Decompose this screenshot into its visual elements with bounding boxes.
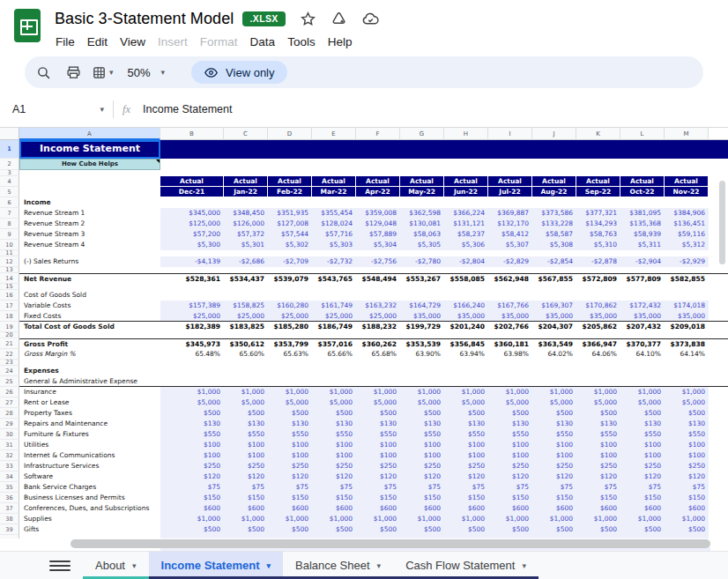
cell[interactable]: $35,000	[532, 311, 576, 321]
cell[interactable]: $1,000	[268, 514, 312, 524]
actual-header-cell[interactable]: Actual	[665, 176, 709, 187]
document-title[interactable]: Basic 3-Statement Model	[55, 10, 234, 28]
cell[interactable]: $362,598	[400, 208, 444, 219]
column-header-M[interactable]: M	[665, 128, 709, 140]
row-number[interactable]: 37	[0, 503, 19, 514]
star-icon[interactable]	[300, 11, 316, 27]
cell[interactable]: $150	[620, 493, 665, 503]
format-grid-control[interactable]: ▾	[88, 65, 117, 80]
cell[interactable]: $250	[268, 461, 312, 471]
row-number[interactable]: 15	[0, 284, 19, 290]
cell[interactable]: $600	[665, 503, 709, 514]
cell[interactable]: $500	[356, 408, 400, 419]
cell[interactable]: $600	[576, 503, 620, 514]
menu-format[interactable]: Format	[194, 33, 244, 51]
cell[interactable]: $370,377	[620, 339, 665, 349]
cell[interactable]: $57,372	[224, 229, 268, 240]
cell[interactable]: $100	[312, 450, 356, 461]
row-number[interactable]: 34	[0, 471, 19, 482]
cell[interactable]: $120	[400, 471, 444, 482]
cell[interactable]: $100	[356, 440, 400, 450]
cell[interactable]: $600	[444, 503, 488, 514]
cell[interactable]: $500	[312, 524, 356, 535]
row-number[interactable]: 31	[0, 440, 19, 450]
cell[interactable]: $120	[620, 471, 665, 482]
actual-header-cell[interactable]: Actual	[620, 176, 665, 187]
cell[interactable]: $100	[620, 440, 665, 450]
row-number[interactable]: 3	[0, 170, 19, 176]
cell[interactable]: $600	[400, 503, 444, 514]
cell[interactable]: $5,000	[620, 397, 665, 408]
cell[interactable]: $353,799	[268, 339, 312, 349]
cell[interactable]: $500	[444, 408, 488, 419]
cell[interactable]: 65.48%	[160, 349, 224, 360]
cell[interactable]: 64.10%	[620, 349, 665, 360]
cell[interactable]: $500	[268, 524, 312, 535]
cell[interactable]: $550	[400, 429, 444, 440]
cell[interactable]: 65.68%	[356, 349, 400, 360]
cell[interactable]: $250	[444, 461, 488, 471]
actual-header-cell[interactable]: Actual	[488, 176, 532, 187]
months-header-cell[interactable]: Jul-22	[488, 187, 532, 197]
cell[interactable]: $1,000	[532, 514, 576, 524]
cell[interactable]: $5,312	[665, 240, 709, 250]
row-number[interactable]: 28	[0, 408, 19, 419]
cell[interactable]: $120	[488, 471, 532, 482]
cell[interactable]: $550	[312, 429, 356, 440]
cell[interactable]: $600	[356, 503, 400, 514]
cell[interactable]: $5,000	[576, 397, 620, 408]
cell[interactable]: $500	[312, 408, 356, 419]
cell[interactable]: $550	[444, 429, 488, 440]
cell[interactable]: $345,000	[160, 208, 224, 219]
column-header-F[interactable]: F	[356, 128, 400, 140]
tab-about[interactable]: About▾	[83, 552, 149, 579]
sheets-logo-icon[interactable]	[14, 9, 41, 42]
cell[interactable]: $130	[268, 419, 312, 429]
cell[interactable]: $100	[444, 440, 488, 450]
cell[interactable]: $5,305	[400, 240, 444, 250]
row-number[interactable]: 39	[0, 524, 19, 535]
column-header-A[interactable]: A	[19, 128, 160, 140]
cell[interactable]: $250	[400, 461, 444, 471]
cell[interactable]: $1,000	[160, 387, 224, 397]
cell[interactable]: $130	[312, 419, 356, 429]
cell[interactable]: -$2,929	[665, 256, 709, 267]
cell[interactable]: $5,000	[665, 397, 709, 408]
row-number[interactable]: 13	[0, 267, 19, 273]
cell[interactable]: $183,825	[224, 322, 268, 332]
cell[interactable]: $550	[620, 429, 665, 440]
cell[interactable]: $348,450	[224, 208, 268, 219]
cell[interactable]: $75	[312, 482, 356, 493]
menu-view[interactable]: View	[114, 33, 152, 51]
column-header-J[interactable]: J	[532, 128, 576, 140]
cell[interactable]: $500	[665, 408, 709, 419]
cell[interactable]: 65.66%	[312, 349, 356, 360]
cell[interactable]: $35,000	[400, 311, 444, 321]
actual-header-cell[interactable]: Actual	[576, 176, 620, 187]
row-number[interactable]: 1	[0, 140, 19, 159]
cell[interactable]: $363,549	[532, 339, 576, 349]
cell[interactable]: $5,000	[356, 397, 400, 408]
all-sheets-menu-icon[interactable]	[49, 552, 71, 579]
cell[interactable]: $130	[576, 419, 620, 429]
cell[interactable]: $120	[356, 471, 400, 482]
cell[interactable]: 65.60%	[224, 349, 268, 360]
cell[interactable]: $25,000	[224, 311, 268, 321]
cell[interactable]: $58,412	[488, 229, 532, 240]
cell[interactable]: $100	[488, 440, 532, 450]
cell[interactable]: $572,809	[576, 274, 620, 284]
cell[interactable]: $161,749	[312, 301, 356, 311]
cell[interactable]: $129,048	[356, 219, 400, 229]
cell[interactable]: $130	[665, 419, 709, 429]
cell[interactable]: $75	[665, 482, 709, 493]
cell[interactable]: $186,749	[312, 322, 356, 332]
cell[interactable]: $150	[488, 493, 532, 503]
view-only-pill[interactable]: View only	[191, 61, 286, 84]
cell[interactable]: $182,389	[160, 322, 224, 332]
cell[interactable]: $1,000	[488, 387, 532, 397]
row-number[interactable]: 32	[0, 450, 19, 461]
cell[interactable]: $5,303	[312, 240, 356, 250]
cell[interactable]: $150	[312, 493, 356, 503]
cell[interactable]: $500	[576, 524, 620, 535]
row-number[interactable]: 5	[0, 187, 19, 197]
